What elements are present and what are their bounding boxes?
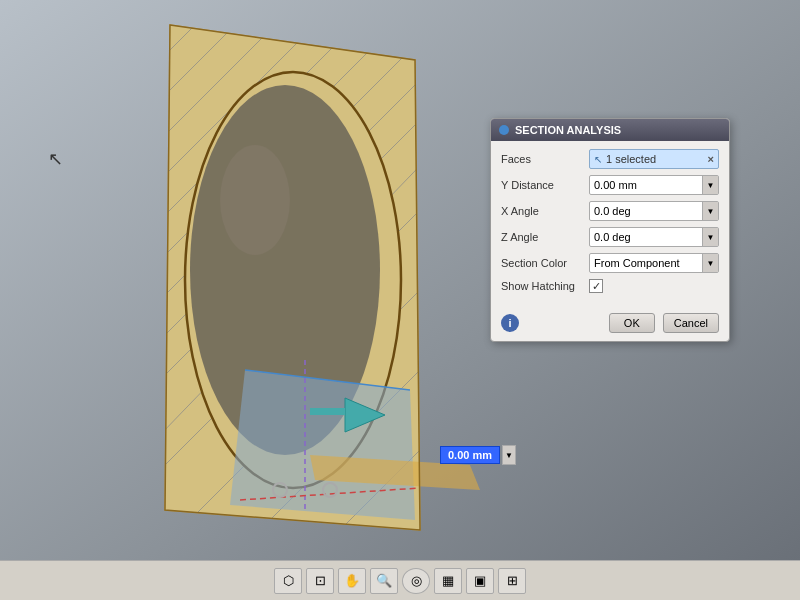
cursor-arrow: ↖ (48, 148, 63, 170)
svg-line-16 (0, 0, 460, 460)
panel-header: SECTION ANALYSIS (491, 119, 729, 141)
svg-marker-37 (165, 25, 420, 530)
y-distance-dropdown-arrow[interactable]: ▼ (702, 176, 718, 194)
y-distance-overlay: 0.00 mm ▼ (440, 445, 516, 465)
toolbar-btn-styles[interactable]: ▣ (466, 568, 494, 594)
faces-label: Faces (501, 153, 589, 165)
y-distance-field[interactable]: 0.00 mm ▼ (589, 175, 719, 195)
z-angle-dropdown-arrow[interactable]: ▼ (702, 228, 718, 246)
x-angle-dropdown-arrow[interactable]: ▼ (702, 202, 718, 220)
svg-marker-3 (165, 25, 420, 530)
section-color-label: Section Color (501, 257, 589, 269)
svg-rect-34 (310, 408, 345, 415)
show-hatching-row: Show Hatching ✓ (501, 279, 719, 293)
svg-marker-33 (345, 398, 385, 432)
ok-button[interactable]: OK (609, 313, 655, 333)
svg-marker-28 (230, 370, 415, 520)
svg-line-31 (240, 488, 420, 500)
svg-line-8 (0, 0, 140, 140)
z-angle-label: Z Angle (501, 231, 589, 243)
toolbar: ⬡ ⊡ ✋ 🔍 ◎ ▦ ▣ ⊞ (0, 560, 800, 600)
svg-marker-7 (165, 25, 420, 530)
y-distance-label: Y Distance (501, 179, 589, 191)
y-distance-row: Y Distance 0.00 mm ▼ (501, 175, 719, 195)
info-button[interactable]: i (501, 314, 519, 332)
toolbar-btn-display[interactable]: ▦ (434, 568, 462, 594)
section-color-row: Section Color From Component ▼ (501, 253, 719, 273)
panel-footer: i OK Cancel (491, 307, 729, 341)
svg-point-25 (185, 72, 401, 488)
svg-marker-5 (165, 25, 420, 530)
svg-point-4 (183, 70, 403, 490)
svg-point-26 (190, 85, 380, 455)
x-angle-value: 0.0 deg (590, 205, 702, 217)
svg-point-27 (220, 145, 290, 255)
x-angle-label: X Angle (501, 205, 589, 217)
toolbar-btn-orbit[interactable]: ◎ (402, 568, 430, 594)
x-angle-row: X Angle 0.0 deg ▼ (501, 201, 719, 221)
section-color-value: From Component (590, 257, 702, 269)
svg-line-17 (0, 0, 500, 500)
z-angle-value: 0.0 deg (590, 231, 702, 243)
viewport: ↖ SECTION ANALYSIS Faces ↖ 1 selected × … (0, 0, 800, 560)
svg-line-29 (245, 370, 410, 390)
svg-line-12 (0, 0, 300, 300)
faces-field[interactable]: ↖ 1 selected × (589, 149, 719, 169)
x-angle-field[interactable]: 0.0 deg ▼ (589, 201, 719, 221)
faces-clear-button[interactable]: × (708, 153, 714, 165)
y-distance-overlay-input[interactable]: 0.00 mm (440, 446, 500, 464)
svg-line-13 (0, 0, 340, 340)
svg-point-24 (185, 72, 401, 488)
faces-row: Faces ↖ 1 selected × (501, 149, 719, 169)
section-color-field[interactable]: From Component ▼ (589, 253, 719, 273)
svg-line-15 (0, 0, 420, 420)
toolbar-btn-sections[interactable]: ⊞ (498, 568, 526, 594)
cancel-button[interactable]: Cancel (663, 313, 719, 333)
toolbar-btn-component[interactable]: ⊡ (306, 568, 334, 594)
panel-header-dot (499, 125, 509, 135)
z-angle-field[interactable]: 0.0 deg ▼ (589, 227, 719, 247)
show-hatching-label: Show Hatching (501, 280, 589, 292)
toolbar-btn-select[interactable]: ⬡ (274, 568, 302, 594)
svg-point-36 (323, 483, 337, 497)
panel-body: Faces ↖ 1 selected × Y Distance 0.00 mm … (491, 141, 729, 307)
svg-line-9 (0, 0, 180, 180)
toolbar-btn-hand[interactable]: ✋ (338, 568, 366, 594)
toolbar-btn-zoom[interactable]: 🔍 (370, 568, 398, 594)
svg-line-11 (0, 0, 260, 260)
section-analysis-panel: SECTION ANALYSIS Faces ↖ 1 selected × Y … (490, 118, 730, 342)
show-hatching-checkbox[interactable]: ✓ (589, 279, 603, 293)
y-distance-value: 0.00 mm (590, 179, 702, 191)
svg-point-6 (183, 70, 403, 490)
z-angle-row: Z Angle 0.0 deg ▼ (501, 227, 719, 247)
faces-value: 1 selected (606, 153, 704, 165)
svg-line-14 (0, 0, 380, 380)
svg-line-10 (0, 0, 220, 220)
y-distance-overlay-arrow[interactable]: ▼ (502, 445, 516, 465)
faces-cursor-icon: ↖ (594, 154, 602, 165)
panel-title: SECTION ANALYSIS (515, 124, 621, 136)
section-color-dropdown-arrow[interactable]: ▼ (702, 254, 718, 272)
svg-point-35 (273, 483, 287, 497)
